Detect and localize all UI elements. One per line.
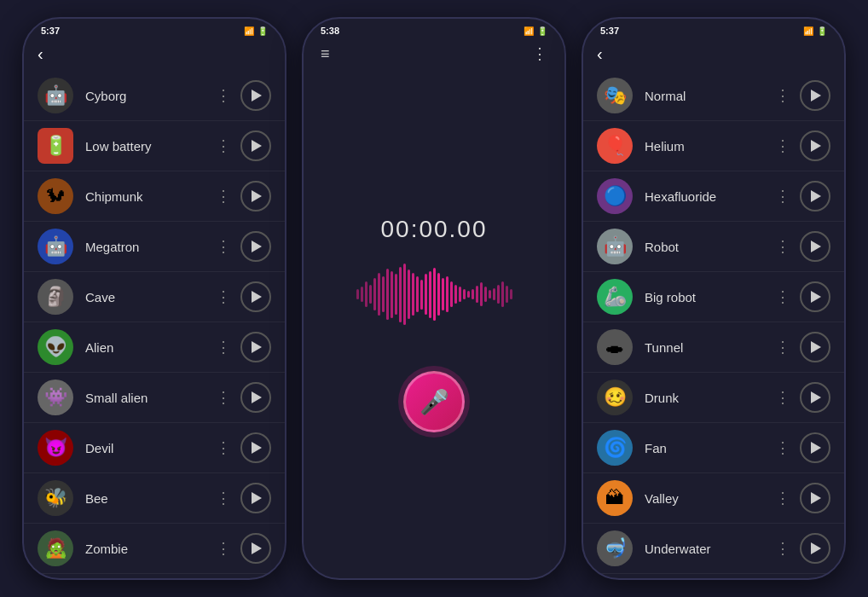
wave-bar xyxy=(403,264,406,325)
wifi-icon-2: 📶 xyxy=(524,26,534,36)
play-button-helium[interactable] xyxy=(800,130,830,161)
wave-bar xyxy=(467,291,470,298)
more-button-cave[interactable]: ⋮ xyxy=(207,287,240,306)
play-button-cyborg[interactable] xyxy=(240,80,271,111)
play-button-fan[interactable] xyxy=(800,432,830,463)
more-button-fan[interactable]: ⋮ xyxy=(767,438,800,457)
play-triangle-bee xyxy=(252,492,262,504)
status-icons-3: 📶 🔋 xyxy=(803,26,827,36)
menu-icon[interactable]: ≡ xyxy=(321,45,330,63)
wave-bar xyxy=(386,269,389,320)
play-button-chipmunk[interactable] xyxy=(240,181,271,212)
more-button-chipmunk[interactable]: ⋮ xyxy=(207,187,240,206)
sound-icon-bigrobot: 🦾 xyxy=(597,279,633,315)
recorder-main: 00:00.00 🎤 xyxy=(304,70,564,578)
more-menu-icon[interactable]: ⋮ xyxy=(532,44,547,63)
wave-bar xyxy=(420,280,423,310)
play-button-normal[interactable] xyxy=(800,80,830,111)
wave-bar xyxy=(356,289,359,299)
list-item: 🕳 Tunnel ⋮ xyxy=(583,322,844,373)
sound-name-megatron: Megatron xyxy=(85,240,207,254)
record-button-wrap: 🎤 xyxy=(403,371,465,432)
play-button-lowbattery[interactable] xyxy=(240,130,271,161)
more-button-hexafluoride[interactable]: ⋮ xyxy=(767,187,800,206)
sound-name-bee: Bee xyxy=(85,491,207,506)
recorder-nav: ≡ ⋮ xyxy=(304,39,564,70)
sound-name-hexafluoride: Hexafluoride xyxy=(645,189,767,204)
wave-bar xyxy=(365,281,367,307)
play-button-devil[interactable] xyxy=(240,432,271,463)
more-button-valley[interactable]: ⋮ xyxy=(767,489,800,507)
wave-bar xyxy=(463,289,466,299)
phones-container: 5:37 📶 🔋 ‹ 🤖 Cyborg ⋮ 🔋 Low battery xyxy=(14,9,854,588)
sound-icon-valley: 🏔 xyxy=(597,480,633,516)
sound-name-zombie: Zombie xyxy=(85,542,207,556)
phone2-content: ≡ ⋮ 00:00.00 🎤 xyxy=(304,39,564,578)
wave-bar xyxy=(493,288,495,300)
more-button-drunk[interactable]: ⋮ xyxy=(767,388,800,407)
sound-icon-underwater: 🤿 xyxy=(597,530,633,566)
more-button-helium[interactable]: ⋮ xyxy=(767,136,800,155)
play-triangle-cave xyxy=(252,291,262,303)
more-button-bee[interactable]: ⋮ xyxy=(207,489,240,507)
more-button-normal[interactable]: ⋮ xyxy=(767,86,800,105)
wave-bar xyxy=(391,271,393,318)
play-button-cave[interactable] xyxy=(240,281,271,312)
play-button-zombie[interactable] xyxy=(240,533,271,564)
waveform xyxy=(332,260,536,328)
timer-display: 00:00.00 xyxy=(381,216,488,243)
sound-name-helium: Helium xyxy=(645,139,767,154)
more-button-alien[interactable]: ⋮ xyxy=(207,338,240,356)
play-button-underwater[interactable] xyxy=(800,533,830,564)
play-button-smallalien[interactable] xyxy=(240,382,271,413)
play-button-hexafluoride[interactable] xyxy=(800,181,830,212)
play-button-drunk[interactable] xyxy=(800,382,830,413)
more-button-robot[interactable]: ⋮ xyxy=(767,237,800,256)
wave-bar xyxy=(476,286,478,303)
more-button-bigrobot[interactable]: ⋮ xyxy=(767,287,800,306)
wave-bar xyxy=(412,273,414,316)
more-button-underwater[interactable]: ⋮ xyxy=(767,539,800,558)
list-item: 🐝 Bee ⋮ xyxy=(24,473,285,524)
play-button-robot[interactable] xyxy=(800,231,830,262)
back-button-3[interactable]: ‹ xyxy=(597,44,603,64)
sound-icon-drunk: 🥴 xyxy=(597,380,633,415)
status-bar-1: 5:37 📶 🔋 xyxy=(24,19,285,39)
more-button-lowbattery[interactable]: ⋮ xyxy=(207,136,240,155)
list-item: 🧸 Child ⋮ xyxy=(583,574,844,578)
play-triangle-robot xyxy=(811,241,821,252)
list-item: 🎈 Helium ⋮ xyxy=(583,121,844,171)
play-button-bigrobot[interactable] xyxy=(800,281,830,312)
phone-2: 5:38 📶 🔋 ≡ ⋮ 00:00.00 🎤 xyxy=(302,17,566,580)
sound-name-devil: Devil xyxy=(85,441,207,455)
sound-name-alien: Alien xyxy=(85,340,207,355)
sound-name-fan: Fan xyxy=(645,441,767,455)
wave-bar xyxy=(497,285,500,304)
sound-list-3: 🎭 Normal ⋮ 🎈 Helium ⋮ 🔵 Hexafluoride ⋮ xyxy=(583,71,844,578)
play-button-megatron[interactable] xyxy=(240,231,271,262)
wave-bar xyxy=(446,276,448,312)
more-button-megatron[interactable]: ⋮ xyxy=(207,237,240,256)
more-button-tunnel[interactable]: ⋮ xyxy=(767,338,800,356)
sound-icon-normal: 🎭 xyxy=(597,78,633,113)
more-button-cyborg[interactable]: ⋮ xyxy=(207,86,240,105)
play-button-bee[interactable] xyxy=(240,483,271,513)
play-button-valley[interactable] xyxy=(800,483,830,513)
nav-bar-1: ‹ xyxy=(24,39,285,71)
wave-bar xyxy=(416,276,419,312)
more-button-devil[interactable]: ⋮ xyxy=(207,438,240,457)
status-icons-1: 📶 🔋 xyxy=(244,26,268,36)
play-triangle-chipmunk xyxy=(252,190,262,202)
battery-icon-3: 🔋 xyxy=(817,26,827,36)
play-triangle-tunnel xyxy=(811,341,821,353)
list-item: 🔵 Hexafluoride ⋮ xyxy=(583,171,844,222)
play-triangle-lowbattery xyxy=(252,140,262,152)
list-item: 🔋 Low battery ⋮ xyxy=(24,121,285,171)
play-button-tunnel[interactable] xyxy=(800,332,830,362)
phone-1: 5:37 📶 🔋 ‹ 🤖 Cyborg ⋮ 🔋 Low battery xyxy=(22,17,286,580)
record-button[interactable]: 🎤 xyxy=(403,371,465,432)
play-button-alien[interactable] xyxy=(240,332,271,362)
more-button-zombie[interactable]: ⋮ xyxy=(207,539,240,558)
more-button-smallalien[interactable]: ⋮ xyxy=(207,388,240,407)
back-button-1[interactable]: ‹ xyxy=(38,44,43,64)
